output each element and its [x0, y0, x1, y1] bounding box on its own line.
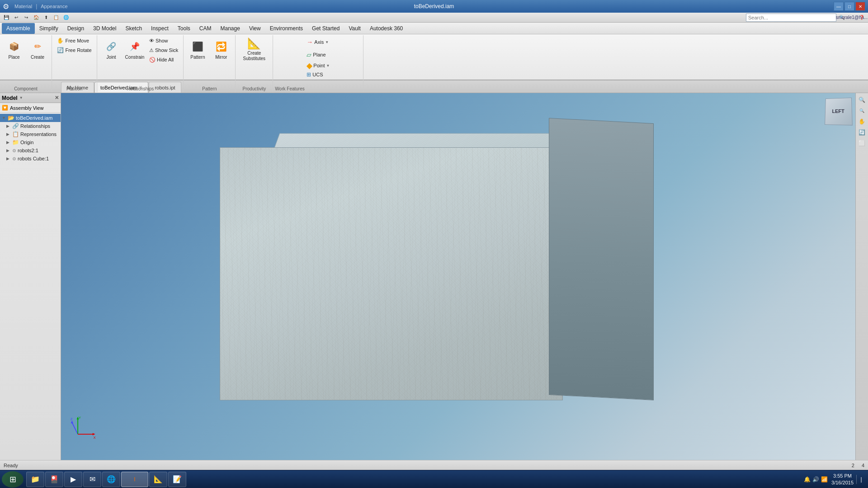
axis-label: Axis [314, 39, 324, 45]
qa-web[interactable]: 🌐 [61, 14, 71, 22]
free-move-button[interactable]: ✋ Free Move [55, 36, 94, 45]
tree-item-representations-label: Representations [20, 131, 57, 137]
ribbon-group-pattern: ⬛ Pattern 🔁 Mirror Pattern [184, 35, 236, 92]
axis-button[interactable]: → Axis ▼ [304, 36, 332, 48]
tree-item-root[interactable]: ▼ 📂 toBeDerived.iam [0, 114, 61, 122]
ribbon-group-productivity: 📐 CreateSubstitutes Productivity [236, 35, 273, 92]
model-panel: Model ▼ ✕ 🔽 Assembly View ▼ 📂 toBeDerive… [0, 93, 61, 460]
show-button[interactable]: 👁 Show [147, 36, 180, 45]
menu-3dmodel[interactable]: 3D Model [89, 23, 121, 34]
qa-save[interactable]: 💾 [2, 14, 11, 22]
taskbar-app2[interactable]: 🎴 [45, 472, 63, 487]
mirror-button[interactable]: 🔁 Mirror [210, 36, 232, 62]
panel-dropdown-arrow[interactable]: ▼ [19, 96, 23, 100]
joint-button[interactable]: 🔗 Joint [100, 36, 123, 62]
pattern-button[interactable]: ⬛ Pattern [186, 36, 209, 62]
menu-cam[interactable]: CAM [195, 23, 216, 34]
robots2-expand-icon[interactable]: ▶ [6, 148, 11, 153]
menu-manage[interactable]: Manage [216, 23, 245, 34]
menu-getstarted[interactable]: Get Started [307, 23, 344, 34]
tree-item-robots2[interactable]: ▶ ⚙ robots2:1 [0, 146, 61, 155]
hide-all-button[interactable]: 🚫 Hide All [147, 55, 180, 64]
pattern-group-label: Pattern [184, 86, 235, 91]
search-input[interactable] [746, 14, 836, 22]
menu-tools[interactable]: Tools [173, 23, 195, 34]
tree-item-relationships[interactable]: ▶ 🔗 Relationships [0, 122, 61, 130]
tree-item-origin[interactable]: ▶ 📁 Origin [0, 138, 61, 146]
menu-autodesk360[interactable]: Autodesk 360 [365, 23, 407, 34]
menu-environments[interactable]: Environments [265, 23, 307, 34]
qa-home[interactable]: 🏠 [32, 14, 41, 22]
qa-paste[interactable]: 📋 [52, 14, 61, 22]
ribbon-group-workfeatures: → Axis ▼ ▱ Plane ◆ Point ▼ ⊞ [273, 35, 363, 92]
ribbon-group-productivity-buttons: 📐 CreateSubstitutes [238, 36, 270, 91]
taskbar-outlook[interactable]: ✉ [83, 472, 101, 487]
free-rotate-button[interactable]: 🔄 Free Rotate [55, 46, 94, 55]
inventor-icon: I [134, 476, 135, 483]
model-tree: ▼ 📂 toBeDerived.iam ▶ 🔗 Relationships ▶ … [0, 113, 61, 460]
menu-inspect[interactable]: Inspect [146, 23, 173, 34]
constrain-label: Constrain [125, 55, 145, 60]
ucs-icon: ⊞ [307, 71, 311, 78]
qa-redo[interactable]: ↪ [22, 14, 31, 22]
menu-simplify[interactable]: Simplify [35, 23, 63, 34]
ribbon-group-position-buttons: ✋ Free Move 🔄 Free Rotate [55, 36, 94, 91]
constrain-button[interactable]: 📌 Constrain [123, 36, 146, 62]
tree-item-robotscube[interactable]: ▶ ⚙ robots Cube:1 [0, 155, 61, 163]
cube-front-face [220, 147, 563, 400]
taskbar-inventor[interactable]: I [121, 472, 148, 487]
vtool-orbit[interactable]: 🔄 [857, 127, 867, 137]
taskbar-explorer[interactable]: 📁 [26, 472, 44, 487]
assembly-view-row[interactable]: 🔽 Assembly View [0, 103, 61, 113]
taskbar: ⊞ 📁 🎴 ▶ ✉ 🌐 I 📐 📝 🔔 🔊 📶 3:55 PM 3/16/201… [0, 470, 868, 488]
create-substitutes-button[interactable]: 📐 CreateSubstitutes [238, 36, 270, 62]
taskbar-media[interactable]: ▶ [64, 472, 82, 487]
vtool-zoom-in[interactable]: 🔍 [857, 95, 867, 105]
qa-help[interactable]: ❓ [857, 14, 866, 22]
material-dropdown[interactable]: Material [14, 4, 32, 9]
tree-item-representations[interactable]: ▶ 📋 Representations [0, 130, 61, 138]
show-sick-button[interactable]: ⚠ Show Sick [147, 46, 180, 55]
representations-expand-icon[interactable]: ▶ [6, 132, 11, 136]
viewcube[interactable]: LEFT [825, 98, 853, 126]
plane-button[interactable]: ▱ Plane [304, 49, 332, 61]
point-button[interactable]: ◆ Point ▼ [304, 61, 332, 70]
ucs-button[interactable]: ⊞ UCS [304, 70, 332, 79]
vtool-zoom-out[interactable]: 🔍 [857, 106, 867, 116]
show-desktop-button[interactable]: | [856, 474, 866, 484]
appearance-dropdown[interactable]: Appearance [41, 4, 67, 9]
app-icon: ⚙ [3, 2, 9, 11]
qa-undo[interactable]: ↩ [12, 14, 21, 22]
taskbar-app7[interactable]: 📐 [149, 472, 167, 487]
minimize-button[interactable]: — [834, 2, 844, 11]
maximize-button[interactable]: □ [844, 2, 854, 11]
place-button[interactable]: 📦 Place [3, 36, 25, 62]
menu-design[interactable]: Design [63, 23, 89, 34]
clock-time: 3:55 PM [833, 473, 852, 479]
panel-close-button[interactable]: ✕ [55, 95, 59, 101]
systray: 🔔 🔊 📶 [801, 476, 830, 483]
vtool-fit[interactable]: ⬜ [857, 138, 867, 148]
qa-user[interactable]: smorale1@ha... [847, 14, 856, 22]
menu-sketch[interactable]: Sketch [121, 23, 146, 34]
place-icon: 📦 [7, 39, 21, 54]
taskbar-browser[interactable]: 🌐 [102, 472, 120, 487]
root-expand-icon[interactable]: ▼ [2, 116, 6, 120]
viewport[interactable]: LEFT Z Y X [61, 93, 855, 460]
create-button[interactable]: ✏ Create [26, 36, 49, 62]
free-rotate-label: Free Rotate [65, 47, 91, 53]
qa-up[interactable]: ⬆ [42, 14, 51, 22]
robotscube-icon: ⚙ [12, 156, 16, 161]
menu-assemble[interactable]: Assemble [2, 23, 35, 34]
robotscube-expand-icon[interactable]: ▶ [6, 156, 11, 161]
menu-vault[interactable]: Vault [344, 23, 365, 34]
menu-view[interactable]: View [245, 23, 265, 34]
origin-expand-icon[interactable]: ▶ [6, 140, 11, 145]
relationships-expand-icon[interactable]: ▶ [6, 124, 11, 128]
close-button[interactable]: ✕ [855, 2, 865, 11]
start-button[interactable]: ⊞ [2, 471, 24, 488]
taskbar-app8[interactable]: 📝 [168, 472, 186, 487]
hide-all-icon: 🚫 [149, 57, 156, 63]
robots2-icon: ⚙ [12, 148, 16, 153]
vtool-pan[interactable]: ✋ [857, 117, 867, 127]
